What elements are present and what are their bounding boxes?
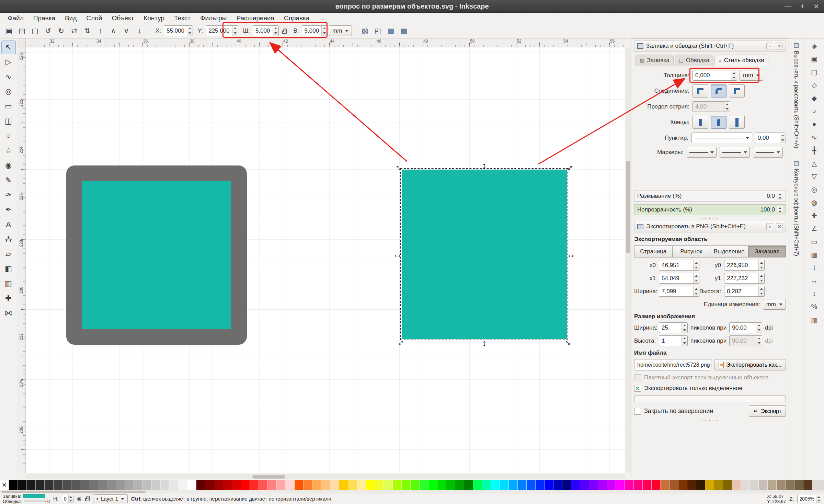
dash-offset-field[interactable]: 0,00	[755, 133, 786, 143]
maximize-button-icon[interactable]: +	[801, 2, 805, 10]
width-spinner[interactable]	[273, 26, 278, 36]
snap-nodes-icon[interactable]: ●	[808, 118, 821, 130]
width-field[interactable]: 5,000	[253, 25, 279, 36]
palette-swatch-51[interactable]	[464, 480, 473, 490]
palette-swatch-80[interactable]	[723, 480, 732, 490]
close-when-done-checkbox[interactable]	[634, 408, 641, 415]
palette-swatch-30[interactable]	[277, 480, 286, 490]
palette-swatch-40[interactable]	[366, 480, 375, 490]
snap-horizontal-icon[interactable]: ↔	[808, 275, 821, 287]
palette-swatch-31[interactable]	[286, 480, 295, 490]
palette-swatch-75[interactable]	[678, 480, 687, 490]
snap-text-baseline-icon[interactable]: ∠	[808, 222, 821, 234]
menu-item-4[interactable]: Объект	[107, 13, 139, 23]
snap-bbox-corners-icon[interactable]: ◇	[808, 79, 821, 91]
selection-handle-n[interactable]	[480, 161, 489, 170]
area-tab-2[interactable]: Выделение	[710, 245, 748, 257]
palette-scrollbar[interactable]	[0, 490, 824, 493]
node-tool[interactable]: ▷	[1, 55, 16, 69]
palette-swatch-79[interactable]	[714, 480, 723, 490]
end-marker-dropdown[interactable]	[753, 147, 783, 158]
area-height-field[interactable]: 0,282	[724, 286, 765, 297]
snap-guides-icon[interactable]: ⊥	[808, 262, 821, 274]
layer-lock-icon[interactable]	[85, 498, 90, 501]
x-field[interactable]: 55,000	[164, 25, 193, 36]
join-miter-button[interactable]	[693, 84, 708, 98]
vertical-scrollbar[interactable]	[625, 47, 631, 473]
palette-swatch-15[interactable]	[143, 480, 152, 490]
start-marker-dropdown[interactable]	[687, 147, 717, 158]
menu-item-2[interactable]: Вид	[60, 13, 81, 23]
menu-item-1[interactable]: Правка	[28, 13, 60, 23]
dock-tab-1[interactable]: Контурные эффекты (Shift+Ctrl+7)	[790, 159, 803, 259]
zoom-tool[interactable]: ◎	[1, 85, 16, 99]
palette-swatch-19[interactable]	[179, 480, 187, 490]
palette-swatch-45[interactable]	[411, 480, 420, 490]
palette-swatch-27[interactable]	[250, 480, 259, 490]
deselect-icon[interactable]: ▢	[29, 25, 41, 37]
snap-page-border-icon[interactable]: ▭	[808, 236, 821, 248]
palette-swatch-18[interactable]	[170, 480, 179, 490]
palette-swatch-2[interactable]	[27, 480, 36, 490]
spray-tool[interactable]: ⁂	[1, 232, 16, 246]
palette-swatch-35[interactable]	[321, 480, 330, 490]
palette-swatch-14[interactable]	[134, 480, 143, 490]
blur-spinner[interactable]	[777, 192, 783, 200]
x1-spinner[interactable]	[693, 273, 699, 283]
select-all-layers-icon[interactable]: ▤	[16, 25, 28, 37]
stroke-width-field[interactable]: 0,000	[693, 70, 737, 81]
mid-marker-dropdown[interactable]	[720, 147, 749, 158]
palette-swatch-63[interactable]	[571, 480, 580, 490]
tweak-tool[interactable]: ∿	[1, 70, 16, 84]
palette-swatch-26[interactable]	[241, 480, 250, 490]
units-dropdown[interactable]: mm	[329, 25, 352, 36]
join-round-button[interactable]	[711, 84, 726, 98]
snap-vertical-icon[interactable]: ↕	[808, 288, 821, 300]
fill-stroke-indicator[interactable]: Заливка: Обводка:0	[3, 494, 50, 504]
palette-swatch-34[interactable]	[312, 480, 321, 490]
snap-rotation-centers-icon[interactable]: ✚	[808, 209, 821, 221]
opacity-slider[interactable]: Непрозрачность (%) 100,0	[634, 204, 786, 215]
snap-bbox-edge-midpoints-icon[interactable]: ◆	[808, 92, 821, 104]
dock-tab-0[interactable]: Выровнять и расставить (Shift+Ctrl+A)	[790, 41, 803, 151]
join-bevel-button[interactable]	[729, 84, 745, 98]
palette-swatch-67[interactable]	[607, 480, 616, 490]
x1-field[interactable]: 54,049	[659, 273, 699, 284]
gray-bordered-rectangle[interactable]	[66, 165, 247, 345]
palette-swatch-20[interactable]	[187, 480, 196, 490]
calligraphy-tool[interactable]: ✒	[1, 203, 16, 217]
ellipse-tool[interactable]: ○	[1, 129, 16, 143]
export-button[interactable]: ↵ Экспорт	[749, 405, 786, 417]
text-tool[interactable]: A	[1, 218, 16, 231]
palette-swatch-12[interactable]	[116, 480, 125, 490]
menu-item-5[interactable]: Контур	[139, 13, 169, 23]
affect-gradient-icon[interactable]: ▥	[385, 25, 397, 37]
opacity-field[interactable]: 0	[62, 495, 73, 503]
snap-grid-icon[interactable]: ▦	[808, 249, 821, 261]
palette-swatch-52[interactable]	[473, 480, 482, 490]
menu-item-6[interactable]: Текст	[169, 13, 195, 23]
palette-swatch-32[interactable]	[295, 480, 304, 490]
palette-swatch-47[interactable]	[428, 480, 437, 490]
snap-path-intersections-icon[interactable]: ╋	[808, 144, 821, 156]
cap-butt-button[interactable]	[693, 116, 708, 129]
palette-swatch-83[interactable]	[750, 480, 759, 490]
lower-icon[interactable]: ∨	[120, 25, 133, 37]
palette-swatch-3[interactable]	[36, 480, 45, 490]
stroke-width-spinner[interactable]	[731, 70, 737, 80]
palette-swatch-6[interactable]	[62, 480, 71, 490]
tab-Стиль обводки[interactable]: ≡Стиль обводки	[714, 55, 768, 66]
area-tab-1[interactable]: Рисунок	[672, 245, 711, 257]
palette-scrollbar-thumb[interactable]	[1, 491, 146, 493]
snap-cusp-nodes-icon[interactable]: △	[808, 157, 821, 169]
palette-swatch-10[interactable]	[98, 480, 107, 490]
area-width-field[interactable]: 7,099	[659, 286, 699, 297]
menu-item-0[interactable]: Файл	[3, 13, 28, 23]
palette-swatch-66[interactable]	[598, 480, 607, 490]
layer-selector[interactable]: ▪ Layer 1	[93, 494, 128, 503]
area-height-spinner[interactable]	[758, 286, 764, 296]
cap-square-button[interactable]	[729, 116, 745, 129]
y1-spinner[interactable]	[758, 273, 764, 283]
palette-swatch-41[interactable]	[375, 480, 384, 490]
palette-swatch-7[interactable]	[71, 480, 80, 490]
